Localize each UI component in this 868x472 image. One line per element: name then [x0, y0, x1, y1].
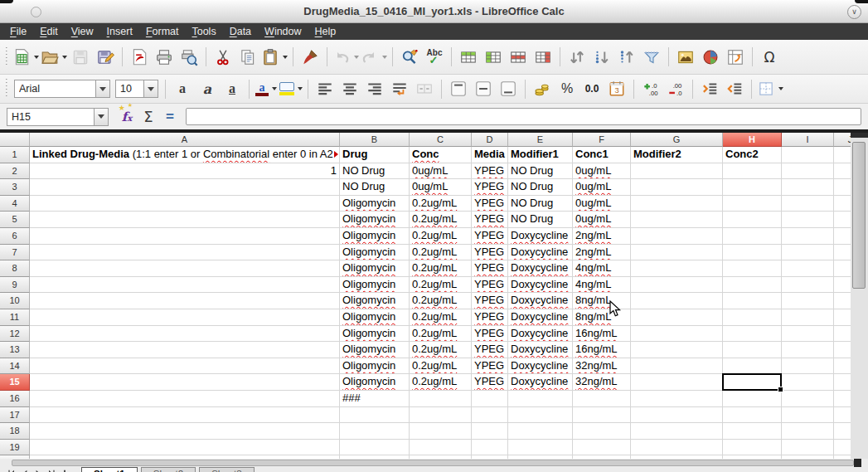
cell-C14[interactable]: 0.2ug/mL: [410, 358, 472, 375]
row-header-18[interactable]: 18: [0, 423, 30, 440]
toolbar-underline-button[interactable]: a: [221, 78, 244, 100]
cell-B9[interactable]: Oligomycin: [340, 277, 410, 294]
cell-H17[interactable]: [723, 407, 782, 424]
cell-F7[interactable]: 2ng/mL: [573, 245, 631, 261]
cell-G5[interactable]: [631, 212, 723, 228]
cell-G13[interactable]: [631, 342, 723, 358]
cell-E4[interactable]: NO Drug: [508, 196, 573, 212]
toolbar-grip[interactable]: [3, 47, 10, 67]
cell-G2[interactable]: [631, 163, 723, 180]
column-header-I[interactable]: I: [782, 133, 834, 147]
cell-E12[interactable]: Doxycycline: [508, 326, 573, 343]
cell-G17[interactable]: [631, 407, 723, 424]
row-header-19[interactable]: 19: [0, 440, 30, 456]
toolbar-date-button[interactable]: 3: [605, 78, 628, 100]
cell-F17[interactable]: [573, 407, 631, 424]
cell-J4[interactable]: [834, 196, 851, 212]
toolbar-align-left-button[interactable]: [313, 78, 337, 100]
cell-I9[interactable]: [782, 277, 834, 294]
cell-D16[interactable]: [472, 391, 508, 407]
toolbar-grip[interactable]: [3, 79, 10, 99]
cell-G9[interactable]: [631, 277, 723, 294]
vertical-split-handle[interactable]: [851, 133, 868, 138]
cell-B10[interactable]: Oligomycin: [340, 293, 410, 309]
cell-F1[interactable]: Conc1: [573, 147, 631, 163]
cell-J7[interactable]: [834, 245, 851, 261]
column-header-A[interactable]: A: [30, 133, 340, 147]
cell-F12[interactable]: 16ng/mL: [573, 326, 631, 343]
cell-C7[interactable]: 0.2ug/mL: [410, 245, 472, 261]
cell-A16[interactable]: [30, 391, 340, 407]
cell-J9[interactable]: [834, 277, 851, 294]
toolbar-borders-button[interactable]: [757, 78, 783, 100]
cell-C17[interactable]: [410, 407, 472, 424]
cell-E15[interactable]: Doxycycline: [508, 374, 573, 391]
toolbar-autofilter-button[interactable]: [640, 46, 663, 68]
font-name-input[interactable]: [14, 80, 95, 98]
cell-J17[interactable]: [834, 407, 851, 424]
toolbar-print-button[interactable]: [153, 46, 176, 68]
formula-input-line[interactable]: [186, 108, 861, 125]
toolbar-pivot-table-button[interactable]: [724, 46, 747, 68]
cell-C16[interactable]: [410, 391, 472, 407]
row-header-2[interactable]: 2: [0, 163, 30, 180]
cell-J11[interactable]: [834, 309, 851, 326]
cell-B13[interactable]: Oligomycin: [340, 342, 410, 358]
cell-E11[interactable]: Doxycycline: [508, 309, 573, 326]
cell-A8[interactable]: [30, 260, 340, 277]
toolbar-percent-button[interactable]: %: [555, 78, 579, 100]
column-header-F[interactable]: F: [573, 133, 631, 147]
toolbar-italic-button[interactable]: a: [196, 78, 219, 100]
cell-C18[interactable]: [410, 423, 472, 440]
column-header-B[interactable]: B: [340, 133, 410, 147]
cell-B5[interactable]: Oligomycin: [340, 212, 410, 228]
row-header-4[interactable]: 4: [0, 196, 30, 212]
sheet-add-sheet-button[interactable]: [58, 468, 71, 472]
cell-I16[interactable]: [782, 391, 834, 407]
row-header-1[interactable]: 1: [0, 147, 30, 163]
column-header-H[interactable]: H: [723, 133, 782, 147]
cell-C5[interactable]: 0.2ug/mL: [410, 212, 472, 228]
cell-C6[interactable]: 0.2ug/mL: [410, 228, 472, 245]
cell-E3[interactable]: NO Drug: [508, 179, 573, 196]
column-header-C[interactable]: C: [410, 133, 472, 147]
cell-D11[interactable]: YPEG: [472, 309, 508, 326]
cell-F10[interactable]: 8ng/mL: [573, 293, 631, 309]
cell-A3[interactable]: [30, 179, 340, 196]
cell-E2[interactable]: NO Drug: [508, 163, 573, 180]
toolbar-delete-row-button[interactable]: [507, 46, 530, 68]
cell-H11[interactable]: [723, 309, 782, 326]
cell-E6[interactable]: Doxycycline: [508, 228, 573, 245]
column-header-G[interactable]: G: [631, 133, 723, 147]
cell-H16[interactable]: [723, 391, 782, 407]
cell-E18[interactable]: [508, 423, 573, 440]
cell-G6[interactable]: [631, 228, 723, 245]
cell-F3[interactable]: 0ug/mL: [573, 179, 631, 196]
sheet-nav-first-button[interactable]: [5, 468, 18, 472]
toolbar-highlighting-button[interactable]: [279, 78, 303, 100]
cell-F8[interactable]: 4ng/mL: [573, 260, 631, 277]
cell-I4[interactable]: [782, 196, 834, 212]
row-header-16[interactable]: 16: [0, 391, 30, 407]
cell-F9[interactable]: 4ng/mL: [573, 277, 631, 294]
cell-H12[interactable]: [723, 326, 782, 343]
menu-tools[interactable]: Tools: [185, 23, 222, 40]
cell-B18[interactable]: [340, 423, 410, 440]
toolbar-sort-button[interactable]: [565, 46, 589, 68]
toolbar-new-button[interactable]: [12, 46, 39, 68]
cell-C1[interactable]: Conc: [410, 147, 472, 163]
cell-I1[interactable]: [782, 147, 834, 163]
toolbar-wrap-text-button[interactable]: [388, 78, 411, 100]
toolbar-valign-bottom-button[interactable]: [497, 78, 520, 100]
cell-J3[interactable]: [834, 179, 851, 196]
cell-B12[interactable]: Oligomycin: [340, 326, 410, 343]
toolbar-add-decimal-button[interactable]: .0.00: [639, 78, 662, 100]
cell-B1[interactable]: Drug: [340, 147, 410, 163]
cell-A2[interactable]: 1: [30, 163, 340, 180]
cell-D2[interactable]: YPEG: [472, 163, 508, 180]
menu-file[interactable]: File: [3, 23, 33, 40]
cell-A5[interactable]: [30, 212, 340, 228]
name-box-input[interactable]: [7, 108, 94, 126]
cell-G7[interactable]: [631, 245, 723, 261]
menu-format[interactable]: Format: [139, 23, 186, 40]
